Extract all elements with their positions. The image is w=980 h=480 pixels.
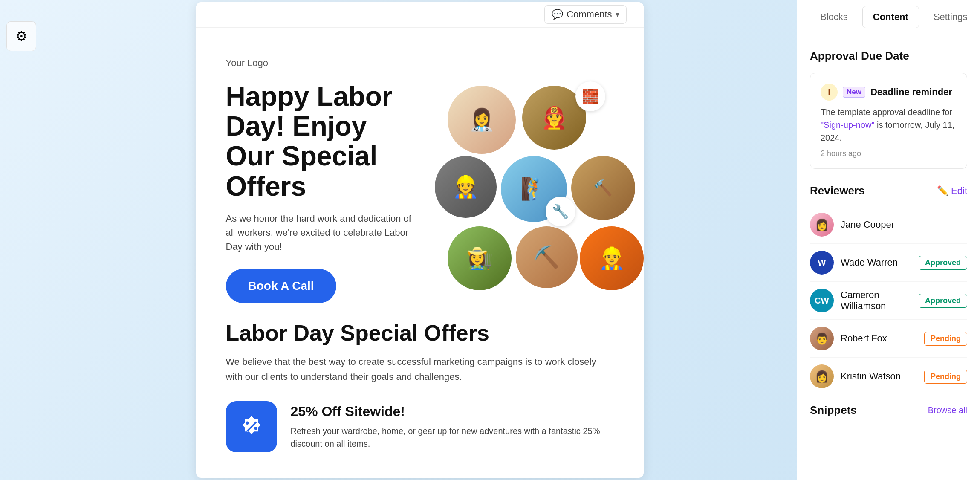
panel-content: Approval Due Date i New Deadline reminde… [797, 34, 980, 480]
emoji-bubble-mid: 🔧 [546, 197, 575, 226]
hero-text: Happy Labor Day! Enjoy Our Special Offer… [226, 81, 418, 304]
status-badge-robert: Pending [924, 332, 967, 346]
reviewer-row: 👩 Jane Cooper [810, 206, 967, 244]
notif-badge: New [843, 87, 865, 98]
snippets-title: Snippets [810, 404, 857, 417]
tab-content[interactable]: Content [862, 6, 919, 28]
comments-label: Comments [567, 9, 612, 20]
notif-title: Deadline reminder [870, 87, 952, 98]
offer-card: 25% Off Sitewide! Refresh your wardrobe,… [226, 401, 614, 452]
comments-button[interactable]: 💬 Comments ▾ [544, 5, 626, 24]
notif-header: i New Deadline reminder [821, 84, 957, 101]
snippets-header: Snippets Browse all [810, 404, 967, 417]
gear-button[interactable]: ⚙ [6, 21, 36, 51]
edit-reviewers-button[interactable]: ✏️ Edit [937, 185, 967, 197]
tab-blocks[interactable]: Blocks [810, 6, 858, 28]
hero-image-bm: ⛏️ [516, 226, 578, 288]
approval-section-title: Approval Due Date [810, 49, 967, 63]
hero-image-tl: 👩‍⚕️ [448, 86, 516, 154]
edit-label: Edit [951, 185, 967, 197]
reviewer-row: CW Cameron Williamson Approved [810, 282, 967, 320]
reviewers-title: Reviewers [810, 184, 865, 197]
offer-title: 25% Off Sitewide! [291, 404, 614, 419]
hero-images: 👩‍⚕️ 👨‍🚒 👷 🧗 🔨 👩‍🌾 [435, 81, 614, 286]
section2-title: Labor Day Special Offers [226, 320, 614, 346]
reviewer-row: 👨 Robert Fox Pending [810, 320, 967, 358]
tab-settings[interactable]: Settings [923, 6, 978, 28]
hero-image-mr: 🔨 [571, 156, 635, 220]
email-logo: Your Logo [226, 58, 614, 69]
book-call-button[interactable]: Book A Call [226, 269, 336, 303]
hero-image-bl: 👩‍🌾 [448, 226, 512, 290]
reviewer-avatar-jane: 👩 [810, 213, 834, 237]
hero-image-ml: 👷 [435, 156, 497, 218]
reviewer-name-cameron: Cameron Williamson [841, 289, 912, 312]
emoji-bubble-top: 🧱 [575, 81, 605, 111]
reviewers-header: Reviewers ✏️ Edit [810, 184, 967, 197]
panel-tabs: Blocks Content Settings [797, 0, 980, 34]
reviewer-name-wade: Wade Warren [841, 257, 912, 268]
right-panel: Blocks Content Settings Approval Due Dat… [797, 0, 980, 480]
pencil-icon: ✏️ [937, 185, 948, 197]
reviewer-avatar-cameron: CW [810, 289, 834, 312]
reviewer-avatar-robert: 👨 [810, 327, 834, 350]
hero-body: As we honor the hard work and dedication… [226, 211, 418, 254]
gear-icon: ⚙ [15, 28, 28, 44]
offer-icon-container [226, 401, 277, 452]
email-canvas: 💬 Comments ▾ Your Logo Happy Labor Day! … [196, 2, 644, 478]
offer-text: 25% Off Sitewide! Refresh your wardrobe,… [291, 404, 614, 450]
notif-time: 2 hours ago [821, 149, 957, 158]
reviewer-name-jane: Jane Cooper [841, 219, 967, 230]
reviewer-row: W Wade Warren Approved [810, 244, 967, 282]
notification-card: i New Deadline reminder The template app… [810, 73, 967, 169]
comment-icon: 💬 [552, 9, 563, 20]
hero-title: Happy Labor Day! Enjoy Our Special Offer… [226, 81, 418, 202]
reviewer-name-kristin: Kristin Watson [841, 371, 917, 382]
offer-body: Refresh your wardrobe, home, or gear up … [291, 425, 614, 450]
browse-all-link[interactable]: Browse all [928, 405, 967, 415]
reviewers-list: 👩 Jane Cooper W Wade Warren Approved CW … [810, 206, 967, 395]
hero-image-br: 👷‍♂️ [580, 226, 644, 290]
status-badge-wade: Approved [919, 256, 967, 270]
canvas-top-bar: 💬 Comments ▾ [196, 2, 644, 28]
notif-body: The template approval deadline for "Sign… [821, 106, 957, 144]
section2-body: We believe that the best way to create s… [226, 354, 614, 384]
chevron-down-icon: ▾ [616, 10, 619, 19]
notif-avatar: i [821, 84, 838, 101]
canvas-area: 💬 Comments ▾ Your Logo Happy Labor Day! … [43, 0, 797, 480]
section2: Labor Day Special Offers We believe that… [226, 320, 614, 452]
notif-link[interactable]: "Sign-up-now" [821, 120, 874, 130]
reviewer-row: 👩 Kristin Watson Pending [810, 358, 967, 395]
email-body: Your Logo Happy Labor Day! Enjoy Our Spe… [226, 58, 614, 453]
reviewer-name-robert: Robert Fox [841, 333, 917, 344]
reviewer-avatar-kristin: 👩 [810, 364, 834, 388]
reviewer-avatar-wade: W [810, 251, 834, 275]
discount-icon [239, 414, 264, 440]
status-badge-cameron: Approved [919, 294, 967, 308]
left-sidebar: ⚙ [0, 0, 43, 480]
email-hero: Happy Labor Day! Enjoy Our Special Offer… [226, 81, 614, 304]
status-badge-kristin: Pending [924, 370, 967, 384]
